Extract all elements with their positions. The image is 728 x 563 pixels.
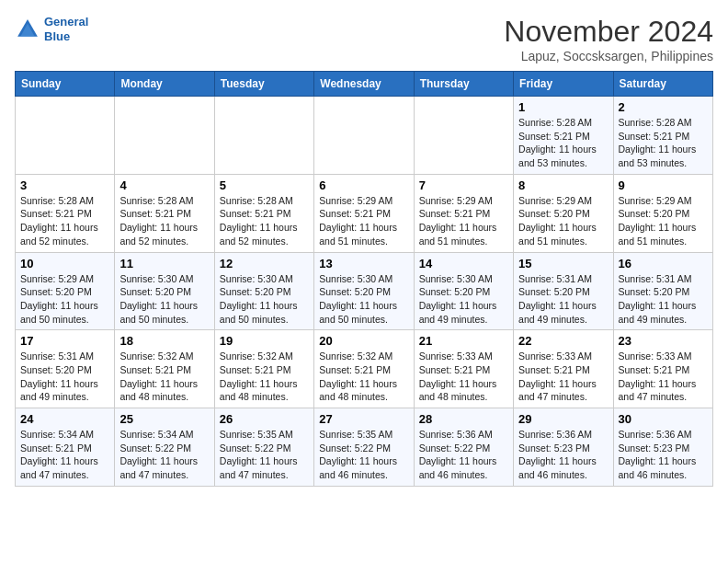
week-row-1: 1Sunrise: 5:28 AMSunset: 5:21 PMDaylight… — [16, 97, 713, 175]
day-number: 27 — [319, 412, 408, 426]
day-info: Sunrise: 5:34 AMSunset: 5:21 PMDaylight:… — [20, 428, 109, 482]
day-number: 4 — [119, 178, 209, 192]
calendar-cell: 25Sunrise: 5:34 AMSunset: 5:22 PMDayligh… — [115, 408, 214, 487]
calendar-cell: 30Sunrise: 5:36 AMSunset: 5:23 PMDayligh… — [613, 408, 712, 487]
location: Lapuz, Soccsksargen, Philippines — [504, 49, 713, 63]
day-number: 8 — [518, 178, 608, 192]
weekday-monday: Monday — [115, 72, 214, 97]
calendar-cell: 23Sunrise: 5:33 AMSunset: 5:21 PMDayligh… — [613, 330, 712, 408]
month-title: November 2024 — [504, 15, 713, 49]
day-info: Sunrise: 5:32 AMSunset: 5:21 PMDaylight:… — [220, 350, 309, 404]
day-number: 1 — [518, 100, 608, 114]
day-info: Sunrise: 5:28 AMSunset: 5:21 PMDaylight:… — [619, 116, 708, 170]
day-number: 9 — [619, 178, 708, 192]
weekday-wednesday: Wednesday — [314, 72, 414, 97]
calendar-cell: 22Sunrise: 5:33 AMSunset: 5:21 PMDayligh… — [514, 330, 613, 408]
day-info: Sunrise: 5:36 AMSunset: 5:23 PMDaylight:… — [619, 428, 708, 482]
calendar-cell: 5Sunrise: 5:28 AMSunset: 5:21 PMDaylight… — [214, 174, 313, 252]
calendar-header: SundayMondayTuesdayWednesdayThursdayFrid… — [16, 72, 713, 97]
calendar-cell: 1Sunrise: 5:28 AMSunset: 5:21 PMDaylight… — [514, 97, 613, 175]
calendar-cell: 6Sunrise: 5:29 AMSunset: 5:21 PMDaylight… — [314, 174, 414, 252]
day-info: Sunrise: 5:33 AMSunset: 5:21 PMDaylight:… — [419, 350, 508, 404]
day-info: Sunrise: 5:32 AMSunset: 5:21 PMDaylight:… — [319, 350, 408, 404]
logo-line1: General — [44, 15, 88, 29]
day-number: 19 — [220, 334, 309, 348]
calendar-cell: 15Sunrise: 5:31 AMSunset: 5:20 PMDayligh… — [514, 252, 613, 330]
calendar-cell: 9Sunrise: 5:29 AMSunset: 5:20 PMDaylight… — [613, 174, 712, 252]
day-info: Sunrise: 5:29 AMSunset: 5:21 PMDaylight:… — [319, 194, 408, 248]
day-number: 24 — [20, 412, 109, 426]
day-number: 5 — [220, 178, 309, 192]
day-number: 29 — [518, 412, 608, 426]
logo: General Blue — [15, 15, 88, 43]
calendar-cell — [314, 97, 414, 175]
weekday-saturday: Saturday — [613, 72, 712, 97]
calendar-cell: 12Sunrise: 5:30 AMSunset: 5:20 PMDayligh… — [214, 252, 313, 330]
day-number: 14 — [419, 257, 508, 270]
calendar-cell: 24Sunrise: 5:34 AMSunset: 5:21 PMDayligh… — [16, 408, 115, 487]
day-number: 12 — [220, 257, 309, 270]
calendar-cell: 3Sunrise: 5:28 AMSunset: 5:21 PMDaylight… — [16, 174, 115, 252]
logo-icon — [15, 17, 40, 42]
day-number: 18 — [119, 334, 209, 348]
day-number: 17 — [20, 334, 109, 348]
day-info: Sunrise: 5:30 AMSunset: 5:20 PMDaylight:… — [119, 272, 209, 327]
day-info: Sunrise: 5:31 AMSunset: 5:20 PMDaylight:… — [619, 272, 708, 327]
day-info: Sunrise: 5:29 AMSunset: 5:20 PMDaylight:… — [518, 194, 608, 248]
day-info: Sunrise: 5:35 AMSunset: 5:22 PMDaylight:… — [220, 428, 309, 482]
day-info: Sunrise: 5:31 AMSunset: 5:20 PMDaylight:… — [20, 350, 109, 404]
day-number: 11 — [119, 257, 209, 270]
day-number: 2 — [619, 100, 708, 114]
day-info: Sunrise: 5:32 AMSunset: 5:21 PMDaylight:… — [119, 350, 209, 404]
weekday-thursday: Thursday — [414, 72, 513, 97]
logo-line2: Blue — [44, 29, 70, 43]
day-number: 7 — [419, 178, 508, 192]
calendar-cell: 18Sunrise: 5:32 AMSunset: 5:21 PMDayligh… — [115, 330, 214, 408]
day-info: Sunrise: 5:35 AMSunset: 5:22 PMDaylight:… — [319, 428, 408, 482]
calendar-cell: 8Sunrise: 5:29 AMSunset: 5:20 PMDaylight… — [514, 174, 613, 252]
weekday-row: SundayMondayTuesdayWednesdayThursdayFrid… — [16, 72, 713, 97]
day-info: Sunrise: 5:36 AMSunset: 5:23 PMDaylight:… — [518, 428, 608, 482]
week-row-4: 17Sunrise: 5:31 AMSunset: 5:20 PMDayligh… — [16, 330, 713, 408]
day-info: Sunrise: 5:36 AMSunset: 5:22 PMDaylight:… — [419, 428, 508, 482]
calendar-cell — [214, 97, 313, 175]
day-info: Sunrise: 5:29 AMSunset: 5:20 PMDaylight:… — [619, 194, 708, 248]
calendar-cell: 27Sunrise: 5:35 AMSunset: 5:22 PMDayligh… — [314, 408, 414, 487]
day-info: Sunrise: 5:34 AMSunset: 5:22 PMDaylight:… — [119, 428, 209, 482]
calendar-body: 1Sunrise: 5:28 AMSunset: 5:21 PMDaylight… — [16, 97, 713, 487]
weekday-sunday: Sunday — [16, 72, 115, 97]
day-info: Sunrise: 5:28 AMSunset: 5:21 PMDaylight:… — [220, 194, 309, 248]
calendar-cell: 21Sunrise: 5:33 AMSunset: 5:21 PMDayligh… — [414, 330, 513, 408]
day-info: Sunrise: 5:28 AMSunset: 5:21 PMDaylight:… — [518, 116, 608, 170]
calendar-cell — [115, 97, 214, 175]
day-number: 22 — [518, 334, 608, 348]
day-number: 10 — [20, 257, 109, 270]
calendar-cell — [414, 97, 513, 175]
day-info: Sunrise: 5:33 AMSunset: 5:21 PMDaylight:… — [619, 350, 708, 404]
calendar-cell: 13Sunrise: 5:30 AMSunset: 5:20 PMDayligh… — [314, 252, 414, 330]
calendar-cell: 20Sunrise: 5:32 AMSunset: 5:21 PMDayligh… — [314, 330, 414, 408]
day-number: 21 — [419, 334, 508, 348]
calendar-cell: 28Sunrise: 5:36 AMSunset: 5:22 PMDayligh… — [414, 408, 513, 487]
day-number: 20 — [319, 334, 408, 348]
day-number: 26 — [220, 412, 309, 426]
calendar-cell: 4Sunrise: 5:28 AMSunset: 5:21 PMDaylight… — [115, 174, 214, 252]
calendar-cell: 29Sunrise: 5:36 AMSunset: 5:23 PMDayligh… — [514, 408, 613, 487]
day-number: 15 — [518, 257, 608, 270]
day-info: Sunrise: 5:30 AMSunset: 5:20 PMDaylight:… — [220, 272, 309, 327]
calendar-cell: 26Sunrise: 5:35 AMSunset: 5:22 PMDayligh… — [214, 408, 313, 487]
calendar-cell: 7Sunrise: 5:29 AMSunset: 5:21 PMDaylight… — [414, 174, 513, 252]
calendar-cell: 11Sunrise: 5:30 AMSunset: 5:20 PMDayligh… — [115, 252, 214, 330]
week-row-3: 10Sunrise: 5:29 AMSunset: 5:20 PMDayligh… — [16, 252, 713, 330]
week-row-2: 3Sunrise: 5:28 AMSunset: 5:21 PMDaylight… — [16, 174, 713, 252]
calendar-cell: 10Sunrise: 5:29 AMSunset: 5:20 PMDayligh… — [16, 252, 115, 330]
calendar-cell: 16Sunrise: 5:31 AMSunset: 5:20 PMDayligh… — [613, 252, 712, 330]
day-number: 25 — [119, 412, 209, 426]
day-number: 23 — [619, 334, 708, 348]
calendar-cell: 2Sunrise: 5:28 AMSunset: 5:21 PMDaylight… — [613, 97, 712, 175]
day-info: Sunrise: 5:29 AMSunset: 5:21 PMDaylight:… — [419, 194, 508, 248]
day-number: 13 — [319, 257, 408, 270]
day-info: Sunrise: 5:28 AMSunset: 5:21 PMDaylight:… — [119, 194, 209, 248]
day-info: Sunrise: 5:28 AMSunset: 5:21 PMDaylight:… — [20, 194, 109, 248]
day-number: 28 — [419, 412, 508, 426]
